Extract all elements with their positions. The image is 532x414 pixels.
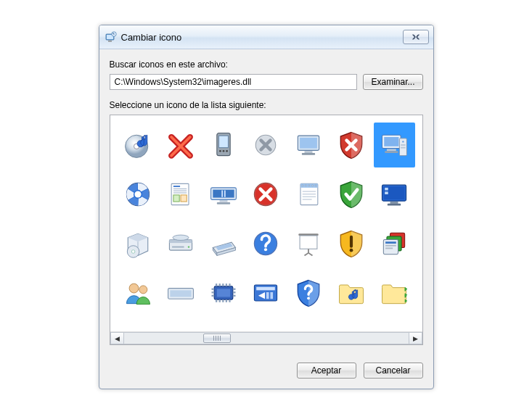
svg-rect-83: [216, 299, 217, 302]
svg-point-44: [308, 185, 310, 186]
svg-rect-7: [218, 136, 228, 148]
svg-rect-91: [229, 299, 230, 302]
svg-rect-28: [173, 186, 180, 187]
disk-drive-icon[interactable]: [160, 221, 201, 266]
error-red-circle-icon[interactable]: [245, 172, 287, 217]
svg-rect-96: [211, 295, 214, 297]
svg-rect-32: [173, 195, 179, 202]
shield-question-icon[interactable]: [288, 270, 330, 315]
close-button[interactable]: [403, 30, 429, 44]
svg-point-42: [302, 185, 303, 186]
scanner-icon[interactable]: [202, 221, 244, 266]
svg-rect-19: [385, 151, 398, 153]
svg-rect-82: [216, 283, 217, 286]
svg-point-66: [264, 248, 267, 251]
svg-point-25: [134, 191, 141, 197]
browse-button[interactable]: Examinar...: [363, 74, 422, 90]
svg-rect-22: [401, 144, 405, 146]
shield-red-x-icon[interactable]: [331, 123, 372, 167]
svg-point-46: [316, 185, 317, 186]
gray-x-icon[interactable]: [245, 123, 287, 167]
projector-screen-icon[interactable]: [288, 221, 330, 266]
svg-rect-74: [385, 245, 396, 247]
scroll-thumb[interactable]: [203, 334, 231, 343]
scroll-track[interactable]: [124, 332, 409, 344]
close-icon: [411, 33, 421, 41]
widescreen-icon[interactable]: [202, 172, 244, 217]
icon-grid[interactable]: [118, 123, 415, 327]
svg-point-69: [350, 249, 353, 252]
dialog-footer: Aceptar Cancelar: [99, 352, 433, 389]
svg-rect-87: [222, 299, 224, 302]
svg-rect-56: [385, 191, 388, 194]
scroll-left-button[interactable]: ◀: [110, 332, 124, 344]
computer-icon[interactable]: [374, 123, 415, 167]
pda-device-icon[interactable]: [202, 123, 244, 167]
svg-rect-79: [170, 290, 191, 297]
svg-rect-84: [218, 283, 220, 286]
run-dialog-icon[interactable]: [245, 270, 287, 315]
svg-point-45: [312, 185, 314, 186]
svg-point-8: [219, 150, 221, 152]
svg-rect-23: [401, 147, 405, 149]
panel-wide-icon[interactable]: [160, 270, 201, 315]
blue-segment-disc-icon[interactable]: [118, 172, 159, 217]
svg-rect-36: [219, 200, 227, 202]
window-title: Cambiar icono: [121, 32, 403, 43]
svg-point-43: [306, 185, 307, 186]
music-disc-icon[interactable]: [118, 123, 159, 167]
svg-rect-99: [257, 287, 276, 291]
change-icon-dialog: Cambiar icono Buscar iconos en este arch…: [99, 25, 434, 389]
software-box-icon[interactable]: [118, 221, 159, 266]
svg-rect-73: [385, 241, 396, 244]
svg-rect-88: [225, 283, 226, 286]
notepad-icon[interactable]: [288, 172, 330, 217]
svg-rect-89: [225, 299, 226, 302]
red-x-icon[interactable]: [160, 123, 201, 167]
svg-rect-48: [303, 194, 316, 194]
programs-stack-icon[interactable]: [374, 221, 415, 266]
svg-rect-86: [222, 283, 224, 286]
scroll-right-button[interactable]: ▶: [409, 332, 422, 344]
svg-rect-55: [385, 188, 388, 191]
svg-rect-18: [387, 149, 396, 152]
app-icon: [105, 31, 117, 43]
svg-rect-31: [173, 192, 187, 193]
help-question-icon[interactable]: [245, 221, 287, 266]
memory-chip-icon[interactable]: [202, 270, 244, 315]
svg-rect-81: [216, 289, 229, 297]
svg-rect-29: [173, 189, 187, 189]
users-group-icon[interactable]: [118, 270, 159, 315]
svg-rect-75: [385, 248, 393, 249]
search-label: Buscar iconos en este archivo:: [110, 59, 423, 70]
svg-rect-50: [303, 199, 312, 199]
svg-rect-61: [172, 247, 184, 248]
cancel-button[interactable]: Cancelar: [364, 363, 423, 378]
svg-rect-53: [390, 202, 398, 204]
svg-rect-97: [232, 295, 235, 297]
svg-point-76: [129, 283, 139, 293]
svg-rect-14: [305, 151, 313, 153]
svg-rect-33: [181, 195, 187, 202]
svg-rect-47: [303, 191, 316, 191]
document-preview-icon[interactable]: [160, 172, 201, 217]
svg-rect-2: [108, 41, 112, 42]
svg-rect-30: [173, 191, 187, 191]
desktop-blue-icon[interactable]: [374, 172, 415, 217]
music-folder-icon[interactable]: [331, 270, 372, 315]
titlebar[interactable]: Cambiar icono: [99, 25, 433, 49]
folder-arrow-icon[interactable]: [374, 270, 415, 315]
svg-rect-13: [300, 138, 317, 149]
icon-file-path-input[interactable]: [110, 74, 358, 90]
svg-rect-90: [229, 283, 230, 286]
ok-button[interactable]: Aceptar: [297, 363, 356, 378]
horizontal-scrollbar[interactable]: ◀ ▶: [110, 331, 422, 344]
svg-point-63: [173, 235, 189, 240]
select-label: Seleccione un icono de la lista siguient…: [110, 100, 423, 110]
svg-rect-17: [384, 137, 398, 146]
svg-rect-37: [216, 202, 229, 204]
monitor-icon[interactable]: [288, 123, 330, 167]
svg-rect-35: [213, 190, 234, 198]
shield-green-check-icon[interactable]: [331, 172, 372, 217]
shield-warning-icon[interactable]: [331, 221, 372, 266]
